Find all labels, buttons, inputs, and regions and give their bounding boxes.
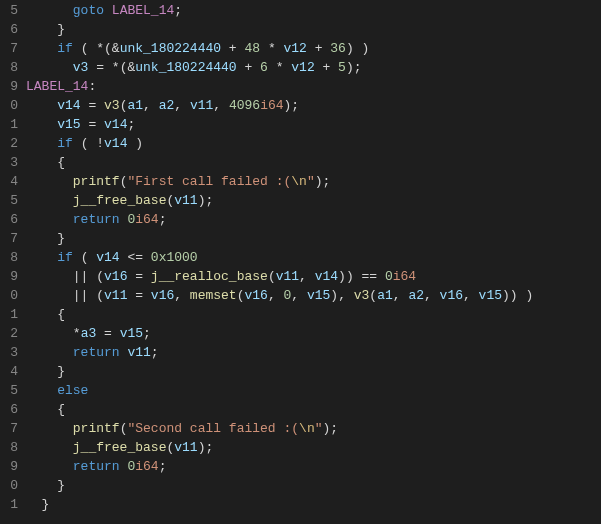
code-token: || ( [73,269,104,284]
code-token: , [268,288,284,303]
code-token: ( [369,288,377,303]
code-token: v11 [190,98,213,113]
code-line: LABEL_14: [26,77,601,96]
code-token: , [174,98,190,113]
line-number: 6 [0,400,18,419]
code-token: )) == [338,269,385,284]
code-token: v16 [151,288,174,303]
code-token: v14 [104,136,127,151]
code-token: v3 [354,288,370,303]
code-line: return 0i64; [26,210,601,229]
code-token: , [424,288,440,303]
code-line: return 0i64; [26,457,601,476]
code-area[interactable]: goto LABEL_14; } if ( *(&unk_180224440 +… [26,0,601,524]
code-token: v3 [73,60,89,75]
code-token: ; [159,212,167,227]
line-number: 2 [0,134,18,153]
code-token: ); [284,98,300,113]
line-number: 1 [0,305,18,324]
code-token: , [291,288,307,303]
code-token: ( [268,269,276,284]
code-token: , [299,269,315,284]
code-token: a2 [408,288,424,303]
code-token: if [57,250,73,265]
code-line: { [26,400,601,419]
code-token: "Second call failed :( [127,421,299,436]
code-line: if ( *(&unk_180224440 + 48 * v12 + 36) ) [26,39,601,58]
code-token: ); [323,421,339,436]
line-number-gutter: 567890123456789012345678901 [0,0,26,524]
code-token: a3 [81,326,97,341]
code-token: + [307,41,330,56]
line-number: 9 [0,267,18,286]
code-token: v11 [174,193,197,208]
code-token: { [57,402,65,417]
code-token: " [307,174,315,189]
code-token: "First call failed :( [127,174,291,189]
code-token: j__free_base [73,193,167,208]
code-line: return v11; [26,343,601,362]
code-token: memset [190,288,237,303]
code-line: goto LABEL_14; [26,1,601,20]
line-number: 3 [0,343,18,362]
code-token: } [57,231,65,246]
code-token: : [88,79,96,94]
code-token: v11 [127,345,150,360]
code-line: } [26,229,601,248]
code-token: 4096 [229,98,260,113]
line-number: 5 [0,191,18,210]
line-number: 8 [0,438,18,457]
line-number: 7 [0,419,18,438]
code-token: v14 [57,98,80,113]
line-number: 0 [0,96,18,115]
code-token: v16 [244,288,267,303]
code-token: j__free_base [73,440,167,455]
code-token: v15 [57,117,80,132]
code-token: v3 [104,98,120,113]
code-token: } [42,497,50,512]
code-token [104,3,112,18]
line-number: 1 [0,115,18,134]
code-line: if ( !v14 ) [26,134,601,153]
code-token: , [174,288,190,303]
code-token: unk_180224440 [135,60,236,75]
code-token: v15 [307,288,330,303]
code-token: ) ) [346,41,369,56]
code-editor: 567890123456789012345678901 goto LABEL_1… [0,0,601,524]
code-token: = [127,288,150,303]
line-number: 4 [0,172,18,191]
line-number: 0 [0,286,18,305]
code-token: v15 [479,288,502,303]
code-token: 6 [260,60,268,75]
code-token: = [127,269,150,284]
code-token: <= [120,250,151,265]
code-token: = [81,117,104,132]
code-line: if ( v14 <= 0x1000 [26,248,601,267]
code-token: v15 [120,326,143,341]
line-number: 1 [0,495,18,514]
code-token: 0x1000 [151,250,198,265]
code-token: ; [143,326,151,341]
code-token: * [73,326,81,341]
code-token: } [57,478,65,493]
code-token: ); [198,193,214,208]
code-line: } [26,20,601,39]
code-token: v14 [315,269,338,284]
code-token: i64 [393,269,416,284]
code-token: * [260,41,283,56]
code-line: v3 = *(&unk_180224440 + 6 * v12 + 5); [26,58,601,77]
code-token: 5 [338,60,346,75]
code-token: LABEL_14 [26,79,88,94]
code-token: v14 [96,250,119,265]
code-token: } [57,364,65,379]
code-token: j__realloc_base [151,269,268,284]
code-token: ; [174,3,182,18]
code-token: v12 [291,60,314,75]
code-token: ) [127,136,143,151]
line-number: 9 [0,77,18,96]
code-token: a1 [127,98,143,113]
code-line: printf("First call failed :(\n"); [26,172,601,191]
code-token: ( ! [73,136,104,151]
code-line: j__free_base(v11); [26,438,601,457]
line-number: 4 [0,362,18,381]
